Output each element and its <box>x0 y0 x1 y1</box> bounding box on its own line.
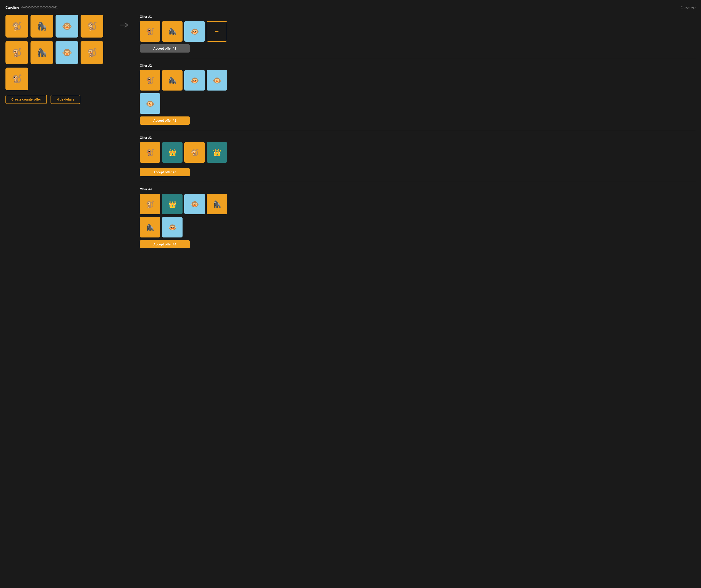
offer-4-nft-2: 👑 <box>162 194 183 214</box>
offer-3-nft-1: 🐒 <box>140 142 160 163</box>
offer-4-nft-4: 🦍 <box>207 194 227 214</box>
nft-grid-row3: 🐒 <box>5 67 110 90</box>
nft-grid-row1: 🐒 🦍 🐵 🐒 <box>5 15 110 37</box>
accept-offer-3-button[interactable]: Accept offer #3 <box>140 168 190 176</box>
nft-card-9: 🐒 <box>5 67 28 90</box>
ape-icon-3: 🐵 <box>55 15 78 37</box>
page-header: Caroline 0x0000000000000000000012 2 days… <box>5 5 696 9</box>
offer-4-title: Offer #4 <box>140 188 696 191</box>
ape-icon-4: 🐒 <box>80 15 103 37</box>
nft-card-6: 🦍 <box>30 41 53 64</box>
username: Caroline <box>5 5 19 9</box>
offer-1-nft-1: 🐒 <box>140 21 160 42</box>
arrow-indicator <box>119 15 131 28</box>
offer-2-nft-3: 🐵 <box>184 70 205 90</box>
nft-card-1: 🐒 <box>5 15 28 37</box>
accept-offer-4-button[interactable]: Accept offer #4 <box>140 240 190 248</box>
timestamp: 2 days ago <box>681 6 696 9</box>
offer-4-nft-3: 🐵 <box>184 194 205 214</box>
nft-card-7: 🐵 <box>55 41 78 64</box>
arrow-icon <box>121 22 130 28</box>
offer-section-2: Offer #2 🐒 🦍 🐵 🐵 🐵 Ac <box>140 64 696 130</box>
nft-card-8: 🐒 <box>80 41 103 64</box>
main-layout: 🐒 🦍 🐵 🐒 🐒 🦍 🐵 🐒 <box>5 15 696 259</box>
offer-2-nft-grid-row1: 🐒 🦍 🐵 🐵 <box>140 70 696 90</box>
offer-1-nft-grid: 🐒 🦍 🐵 + <box>140 21 696 42</box>
offer-4-nft-5: 🦍 <box>140 217 160 238</box>
offer-section-1: Offer #1 🐒 🦍 🐵 + Accept offer #1 <box>140 15 696 58</box>
nft-card-2: 🦍 <box>30 15 53 37</box>
ape-icon-5: 🐒 <box>5 41 28 64</box>
nft-card-4: 🐒 <box>80 15 103 37</box>
offer-2-title: Offer #2 <box>140 64 696 67</box>
offer-3-nft-grid: 🐒 👑 🐒 👑 <box>140 142 696 163</box>
left-panel: 🐒 🦍 🐵 🐒 🐒 🦍 🐵 🐒 <box>5 15 110 104</box>
offer-section-3: Offer #3 🐒 👑 🐒 👑 Accept offer #3 <box>140 136 696 182</box>
action-buttons: Create counteroffer Hide details <box>5 95 110 104</box>
offer-2-nft-1: 🐒 <box>140 70 160 90</box>
nft-card-3: 🐵 <box>55 15 78 37</box>
ape-icon-8: 🐒 <box>80 41 103 64</box>
ape-icon-7: 🐵 <box>55 41 78 64</box>
wallet-address: 0x0000000000000000000012 <box>21 6 58 9</box>
offer-2-nft-5: 🐵 <box>140 93 160 114</box>
offer-3-nft-4: 👑 <box>207 142 227 163</box>
create-counteroffer-button[interactable]: Create counteroffer <box>5 95 47 104</box>
offer-1-title: Offer #1 <box>140 15 696 18</box>
offer-4-nft-1: 🐒 <box>140 194 160 214</box>
offer-3-nft-2: 👑 <box>162 142 183 163</box>
add-nft-button-1[interactable]: + <box>207 21 227 42</box>
offer-2-nft-4: 🐵 <box>207 70 227 90</box>
offer-4-nft-6: 🐵 <box>162 217 183 238</box>
ape-icon-1: 🐒 <box>5 15 28 37</box>
offer-1-nft-2: 🦍 <box>162 21 183 42</box>
offer-4-nft-grid-row1: 🐒 👑 🐵 🦍 <box>140 194 696 214</box>
nft-grid-row2: 🐒 🦍 🐵 🐒 <box>5 41 110 64</box>
right-panel: Offer #1 🐒 🦍 🐵 + Accept offer #1 Offer #… <box>140 15 696 259</box>
user-info: Caroline 0x0000000000000000000012 <box>5 5 58 9</box>
ape-icon-9: 🐒 <box>5 67 28 90</box>
offer-3-title: Offer #3 <box>140 136 696 139</box>
offer-2-nft-2: 🦍 <box>162 70 183 90</box>
offer-section-4: Offer #4 🐒 👑 🐵 🦍 🦍 <box>140 188 696 254</box>
ape-icon-2: 🦍 <box>30 15 53 37</box>
accept-offer-1-button[interactable]: Accept offer #1 <box>140 44 190 52</box>
nft-card-5: 🐒 <box>5 41 28 64</box>
offer-1-nft-3: 🐵 <box>184 21 205 42</box>
hide-details-button[interactable]: Hide details <box>50 95 80 104</box>
ape-icon-6: 🦍 <box>30 41 53 64</box>
accept-offer-2-button[interactable]: Accept offer #2 <box>140 116 190 125</box>
offer-3-nft-3: 🐒 <box>184 142 205 163</box>
